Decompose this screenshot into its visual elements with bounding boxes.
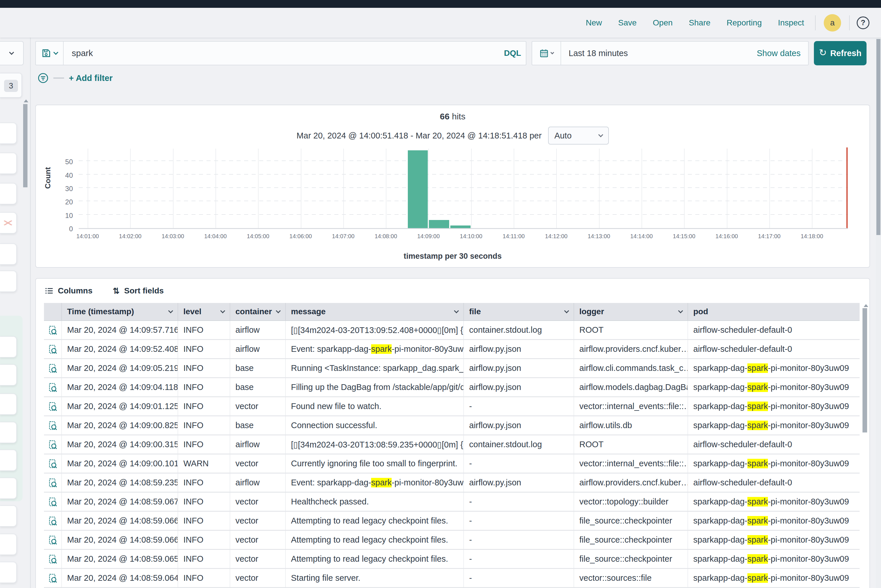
sidebar-field-card[interactable] xyxy=(0,478,17,499)
field-count-badge: 3 xyxy=(4,80,18,92)
sidebar-collapse-button[interactable] xyxy=(0,41,24,65)
header-logger[interactable]: logger xyxy=(574,303,688,320)
cell-message: Healthcheck passed. xyxy=(286,493,464,511)
cell-pod: sparkapp-dag-spark-pi-monitor-80y3uw09 xyxy=(688,378,860,396)
columns-button[interactable]: Columns xyxy=(45,286,93,296)
expand-row-button[interactable] xyxy=(44,359,62,377)
cell-level: INFO xyxy=(178,397,230,416)
cell-pod: sparkapp-dag-spark-pi-monitor-80y3uw09 xyxy=(688,531,860,549)
sidebar-field-card[interactable] xyxy=(0,153,17,174)
sidebar-field-card[interactable] xyxy=(0,450,17,471)
expand-row-button[interactable] xyxy=(44,474,62,492)
nav-inspect[interactable]: Inspect xyxy=(770,18,812,27)
cell-time: Mar 20, 2024 @ 14:09:04.118 xyxy=(62,378,178,396)
sort-fields-button[interactable]: ⇅ Sort fields xyxy=(113,286,164,296)
header-message[interactable]: message xyxy=(286,303,464,320)
sidebar-field-card[interactable] xyxy=(0,506,17,527)
expand-row-button[interactable] xyxy=(44,493,62,511)
nav-divider xyxy=(849,15,850,30)
expand-row-button[interactable] xyxy=(44,512,62,530)
x-tick-label: 14:01:00 xyxy=(77,233,99,240)
table-row: Mar 20, 2024 @ 14:08:59.066 INFO vector … xyxy=(44,512,860,531)
table-scroll-up-arrow[interactable] xyxy=(864,304,868,307)
cell-message: Currently ignoring file too small to fin… xyxy=(286,454,464,472)
cell-message: Starting file server. xyxy=(286,569,464,587)
interval-select[interactable]: Auto xyxy=(548,127,609,144)
header-file[interactable]: file xyxy=(464,303,574,320)
sidebar-field-card[interactable] xyxy=(0,562,17,583)
show-dates-button[interactable]: Show dates xyxy=(757,49,808,58)
sidebar-field-card[interactable] xyxy=(0,336,17,358)
avatar[interactable]: a xyxy=(824,14,841,32)
histogram-bar[interactable] xyxy=(429,220,449,228)
saved-query-menu-button[interactable] xyxy=(36,42,64,65)
x-tick-label: 14:14:00 xyxy=(630,233,653,240)
y-tick-label: 30 xyxy=(54,185,73,193)
sidebar-field-card[interactable] xyxy=(0,534,17,555)
cell-logger: vector::internal_events::file::… xyxy=(574,397,688,416)
cell-message: Connection successful. xyxy=(286,416,464,435)
expand-row-button[interactable] xyxy=(44,397,62,416)
help-icon[interactable]: ? xyxy=(857,16,869,29)
header-container[interactable]: container xyxy=(230,303,286,320)
expand-row-button[interactable] xyxy=(44,531,62,549)
expand-row-button[interactable] xyxy=(44,569,62,587)
nav-share[interactable]: Share xyxy=(681,18,719,27)
x-tick-label: 14:18:00 xyxy=(801,233,823,240)
expand-row-button[interactable] xyxy=(44,321,62,339)
table-scrollbar[interactable] xyxy=(863,308,867,432)
sidebar-field-card[interactable] xyxy=(0,271,17,292)
expand-row-button[interactable] xyxy=(44,340,62,358)
add-filter-button[interactable]: + Add filter xyxy=(69,74,113,83)
sidebar-scrollbar[interactable] xyxy=(23,104,27,188)
time-range-value[interactable]: Last 18 minutes xyxy=(561,49,757,58)
inspect-document-icon xyxy=(47,516,58,526)
cell-container: vector xyxy=(230,550,286,568)
sidebar-field-card[interactable] xyxy=(0,243,17,265)
cell-file: - xyxy=(464,531,574,549)
sidebar-field-card[interactable] xyxy=(0,183,17,204)
cell-pod: sparkapp-dag-spark-pi-monitor-80y3uw09 xyxy=(688,493,860,511)
sidebar-divider xyxy=(30,38,31,588)
cell-file: container.stdout.log xyxy=(464,321,574,339)
cell-time: Mar 20, 2024 @ 14:09:00.825 xyxy=(62,416,178,435)
sidebar-scroll-up-arrow[interactable] xyxy=(24,99,29,102)
header-expand-column xyxy=(44,303,62,320)
histogram-plot[interactable]: 14:01:0014:02:0014:03:0014:04:0014:05:00… xyxy=(79,148,848,229)
calendar-icon xyxy=(540,49,549,58)
inspect-document-icon xyxy=(47,363,58,374)
expand-row-button[interactable] xyxy=(44,416,62,435)
expand-row-button[interactable] xyxy=(44,550,62,568)
cell-time: Mar 20, 2024 @ 14:08:59.066 xyxy=(62,512,178,530)
sidebar-field-card[interactable]: ✕ xyxy=(0,212,17,234)
expand-row-button[interactable] xyxy=(44,454,62,472)
search-input[interactable] xyxy=(64,42,499,65)
date-quick-select-button[interactable] xyxy=(532,42,561,65)
expand-row-button[interactable] xyxy=(44,435,62,454)
histogram-bar[interactable] xyxy=(408,150,428,228)
cell-message: Filling up the DagBag from /stackable/ap… xyxy=(286,378,464,396)
sidebar-field-card[interactable] xyxy=(0,123,17,144)
cell-level: INFO xyxy=(178,435,230,454)
table-row: Mar 20, 2024 @ 14:09:05.219 INFO base Ru… xyxy=(44,359,860,378)
refresh-button[interactable]: ↻ Refresh xyxy=(814,41,866,65)
sidebar-field-card[interactable]: 3 xyxy=(0,73,22,98)
page-scrollbar-thumb[interactable] xyxy=(876,39,880,235)
query-language-button[interactable]: DQL xyxy=(499,42,526,65)
histogram-bar[interactable] xyxy=(450,225,471,228)
x-tick-label: 14:12:00 xyxy=(545,233,567,240)
header-time[interactable]: Time (timestamp) xyxy=(62,303,178,320)
table-row: Mar 20, 2024 @ 14:09:52.408 INFO airflow… xyxy=(44,340,860,359)
sidebar-field-card[interactable] xyxy=(0,422,17,443)
nav-open[interactable]: Open xyxy=(645,18,681,27)
expand-row-button[interactable] xyxy=(44,378,62,396)
sidebar-field-card[interactable] xyxy=(0,393,17,415)
nav-save[interactable]: Save xyxy=(610,18,645,27)
header-level[interactable]: level xyxy=(178,303,230,320)
header-pod[interactable]: pod xyxy=(688,303,860,320)
cell-level: INFO xyxy=(178,416,230,435)
nav-new[interactable]: New xyxy=(577,18,610,27)
cell-container: airflow xyxy=(230,435,286,454)
sidebar-field-card[interactable] xyxy=(0,364,17,386)
nav-reporting[interactable]: Reporting xyxy=(719,18,770,27)
